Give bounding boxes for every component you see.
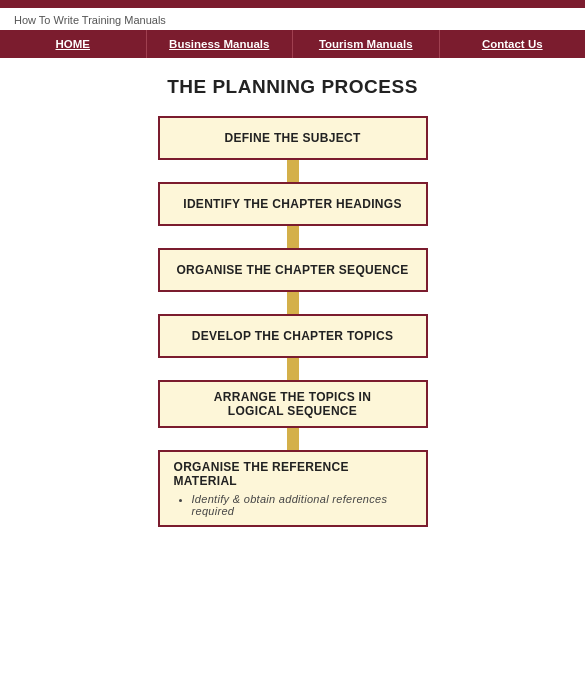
nav-bar: HOME Business Manuals Tourism Manuals Co… [0,30,585,58]
connector-2 [287,226,299,248]
connector-3 [287,292,299,314]
page-title: THE PLANNING PROCESS [167,76,418,98]
connector-1 [287,160,299,182]
page-wrapper: How To Write Training Manuals HOME Busin… [0,0,585,700]
flow-box-2: IDENTIFY THE CHAPTER HEADINGS [158,182,428,226]
nav-item-business[interactable]: Business Manuals [147,30,294,58]
top-bar [0,0,585,8]
last-box-bullets: Identify & obtain additional references … [174,493,412,517]
nav-item-tourism[interactable]: Tourism Manuals [293,30,440,58]
last-box-bullet-1: Identify & obtain additional references … [192,493,412,517]
connector-4 [287,358,299,380]
nav-item-home[interactable]: HOME [0,30,147,58]
flow-box-1: DEFINE THE SUBJECT [158,116,428,160]
flow-box-3: ORGANISE THE CHAPTER SEQUENCE [158,248,428,292]
main-content: THE PLANNING PROCESS DEFINE THE SUBJECT … [0,58,585,537]
site-title: How To Write Training Manuals [0,8,585,30]
flow-box-4: DEVELOP THE CHAPTER TOPICS [158,314,428,358]
flow-box-last: ORGANISE THE REFERENCE MATERIAL Identify… [158,450,428,527]
nav-item-contact[interactable]: Contact Us [440,30,586,58]
flowchart: DEFINE THE SUBJECT IDENTIFY THE CHAPTER … [40,116,545,527]
connector-5 [287,428,299,450]
last-box-title: ORGANISE THE REFERENCE MATERIAL [174,460,412,488]
flow-box-5: ARRANGE THE TOPICS IN LOGICAL SEQUENCE [158,380,428,428]
